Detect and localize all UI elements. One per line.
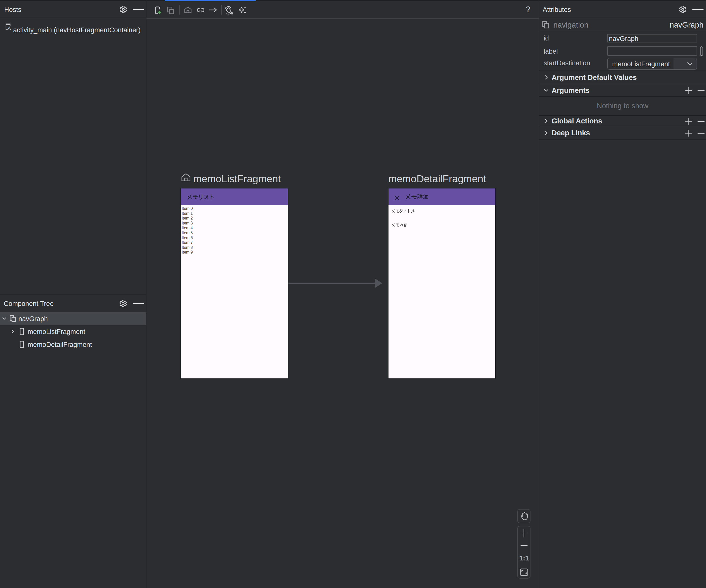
svg-text:A: A [8,26,11,31]
